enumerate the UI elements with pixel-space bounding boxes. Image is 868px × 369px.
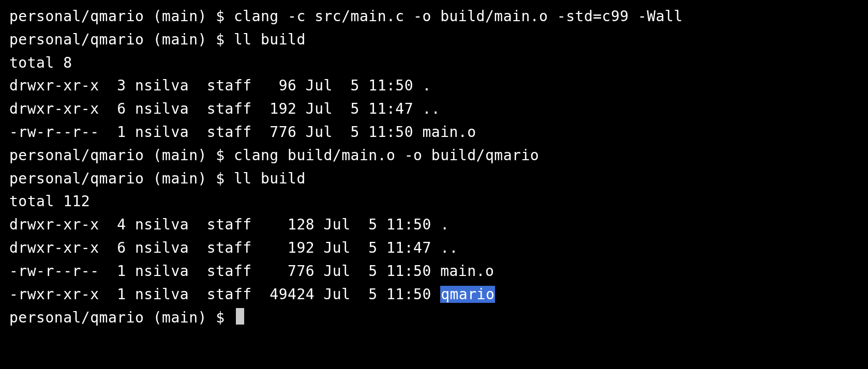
ls-row: drwxr-xr-x 6 nsilva staff 192 Jul 5 11:4… <box>9 237 859 260</box>
ls-row: drwxr-xr-x 4 nsilva staff 128 Jul 5 11:5… <box>9 213 859 237</box>
prompt: personal/qmario (main) $ <box>9 147 234 164</box>
ls-total-2: total 112 <box>9 190 859 213</box>
command-line-2: personal/qmario (main) $ ll build <box>9 28 859 52</box>
terminal-output[interactable]: personal/qmario (main) $ clang -c src/ma… <box>9 5 859 330</box>
terminal-cursor <box>236 308 244 325</box>
active-prompt-line[interactable]: personal/qmario (main) $ <box>9 306 859 330</box>
ls-row: -rw-r--r-- 1 nsilva staff 776 Jul 5 11:5… <box>9 260 859 283</box>
prompt: personal/qmario (main) $ <box>9 170 234 187</box>
ls-row: drwxr-xr-x 3 nsilva staff 96 Jul 5 11:50… <box>9 74 859 98</box>
ls-row: -rw-r--r-- 1 nsilva staff 776 Jul 5 11:5… <box>9 121 859 144</box>
ls-row-highlighted: -rwxr-xr-x 1 nsilva staff 49424 Jul 5 11… <box>9 283 859 306</box>
command-line-3: personal/qmario (main) $ clang build/mai… <box>9 144 859 167</box>
command-text: ll build <box>234 170 306 187</box>
command-line-1: personal/qmario (main) $ clang -c src/ma… <box>9 5 859 28</box>
command-text: clang build/main.o -o build/qmario <box>234 147 539 164</box>
prompt: personal/qmario (main) $ <box>9 306 234 330</box>
command-line-4: personal/qmario (main) $ ll build <box>9 167 859 191</box>
highlighted-filename: qmario <box>440 286 495 303</box>
command-text: ll build <box>234 31 306 48</box>
ls-row-prefix: -rwxr-xr-x 1 nsilva staff 49424 Jul 5 11… <box>9 286 440 303</box>
prompt: personal/qmario (main) $ <box>9 8 234 25</box>
ls-row: drwxr-xr-x 6 nsilva staff 192 Jul 5 11:4… <box>9 98 859 121</box>
ls-total-1: total 8 <box>9 52 859 75</box>
command-text: clang -c src/main.c -o build/main.o -std… <box>234 8 683 25</box>
prompt: personal/qmario (main) $ <box>9 31 234 48</box>
